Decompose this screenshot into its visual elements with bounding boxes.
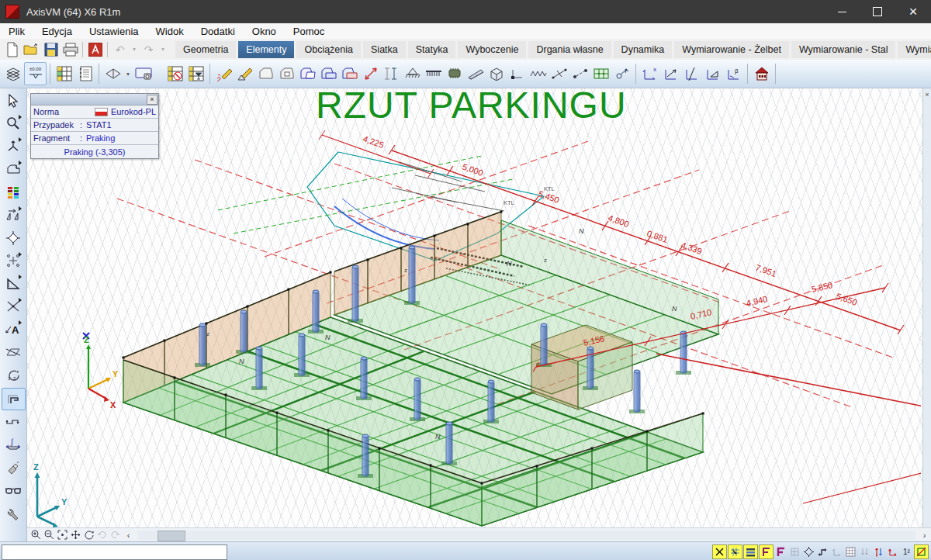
- node-element-button[interactable]: [507, 63, 528, 85]
- snap-node-toggle[interactable]: [712, 544, 727, 559]
- link-element-button[interactable]: [569, 63, 590, 85]
- gap-element-button[interactable]: [549, 63, 569, 85]
- rib-element-button[interactable]: [381, 63, 402, 85]
- support-button[interactable]: [402, 63, 423, 85]
- load-values-toggle[interactable]: [872, 545, 885, 558]
- pdf-export-button[interactable]: [85, 40, 105, 59]
- draw-line-button[interactable]: [234, 63, 255, 85]
- tab-wyboczenie[interactable]: Wyboczenie: [458, 41, 526, 58]
- command-line-input[interactable]: [2, 544, 227, 560]
- table-filter-button[interactable]: [164, 63, 185, 85]
- zoom-in-button[interactable]: [29, 529, 43, 541]
- table-browser-button[interactable]: [54, 63, 74, 85]
- undo-options-button[interactable]: ▾: [130, 40, 139, 59]
- menu-pomoc[interactable]: Pomoc: [285, 23, 333, 39]
- guidelines-button[interactable]: [2, 251, 25, 271]
- zoom-tool-button[interactable]: [2, 113, 25, 134]
- coord-arrow-button[interactable]: [660, 63, 681, 85]
- rotate-view-button[interactable]: [82, 529, 95, 541]
- move-node-button[interactable]: [2, 227, 25, 248]
- color-coding-button[interactable]: [2, 181, 25, 202]
- model-viewport[interactable]: RZUT PARKINGU: [27, 88, 931, 527]
- zoom-out-button[interactable]: [43, 529, 56, 541]
- domain-intersect-button[interactable]: [318, 63, 339, 85]
- coord-plane-button[interactable]: [702, 63, 723, 85]
- tab-obciazenia[interactable]: Obciążenia: [296, 41, 361, 58]
- horizontal-scrollbar[interactable]: [137, 531, 915, 540]
- polyline-tool-button[interactable]: [2, 412, 25, 433]
- drawing-library-button[interactable]: [102, 63, 123, 85]
- tab-wymiarowanie-stal[interactable]: Wymiarowanie - Stal: [791, 41, 896, 58]
- workplanes-button[interactable]: [2, 159, 25, 180]
- render-button[interactable]: [2, 458, 25, 479]
- scroll-left-button[interactable]: ‹: [122, 529, 135, 541]
- scrollbar-thumb[interactable]: [157, 531, 185, 541]
- mesh-button[interactable]: [444, 63, 465, 85]
- views-tool-button[interactable]: [2, 136, 25, 157]
- settings-button[interactable]: [2, 503, 25, 524]
- view-redo-button[interactable]: [109, 529, 122, 541]
- beam-results-button[interactable]: ∫: [2, 435, 25, 456]
- menu-widok[interactable]: Widok: [147, 23, 192, 39]
- edge-load-button[interactable]: [423, 63, 444, 85]
- order-tool-button[interactable]: 32: [2, 365, 25, 385]
- domain-union-button[interactable]: [297, 63, 318, 85]
- view-undo-button[interactable]: [95, 529, 109, 541]
- save-view-button[interactable]: [133, 63, 154, 85]
- room-button[interactable]: [486, 63, 507, 85]
- report-template-button[interactable]: [185, 63, 206, 85]
- numbering-toggle[interactable]: 1²: [900, 545, 913, 558]
- save-button[interactable]: [41, 40, 61, 59]
- local-axes-toggle[interactable]: [886, 545, 899, 558]
- redo-options-button[interactable]: ▾: [158, 40, 168, 59]
- coord-angle-button[interactable]: β: [723, 63, 744, 85]
- tab-geometria[interactable]: Geometria: [175, 41, 236, 58]
- domain-hole-button[interactable]: [276, 63, 297, 85]
- transform-tool-button[interactable]: [2, 205, 25, 226]
- menu-dodatki[interactable]: Dodatki: [192, 23, 244, 39]
- tab-statyka[interactable]: Statyka: [408, 41, 456, 58]
- scroll-right-button[interactable]: ›: [918, 529, 931, 541]
- tab-wymiarowanie-zelbet[interactable]: Wymiarowanie - Żelbet: [674, 41, 789, 58]
- background-layer-toggle[interactable]: [914, 544, 929, 559]
- ramp-button[interactable]: [465, 63, 486, 85]
- polyline-edit-toggle[interactable]: [816, 545, 829, 558]
- menu-ustawienia[interactable]: Ustawienia: [81, 23, 147, 39]
- line-element-button[interactable]: [360, 63, 381, 85]
- dimension-tool-button[interactable]: A: [2, 319, 25, 340]
- tab-dynamika[interactable]: Dynamika: [614, 41, 673, 58]
- tab-siatka[interactable]: Siatka: [363, 41, 406, 58]
- global-axes-toggle[interactable]: [830, 545, 843, 558]
- new-file-button[interactable]: [2, 40, 22, 59]
- tab-elementy[interactable]: Elementy: [238, 41, 294, 58]
- domain-subtract-button[interactable]: [339, 63, 360, 85]
- pan-button[interactable]: [69, 529, 82, 541]
- drawing-library-options-button[interactable]: ▾: [123, 63, 133, 85]
- geometry-tools-button[interactable]: [2, 273, 25, 294]
- elevation-view-button[interactable]: ±0.00: [24, 62, 47, 85]
- grid-display-toggle[interactable]: [844, 545, 857, 558]
- close-icon[interactable]: ×: [147, 95, 157, 105]
- menu-plik[interactable]: Plik: [0, 23, 33, 39]
- close-icon[interactable]: ×: [923, 91, 931, 99]
- open-file-button[interactable]: [22, 40, 41, 59]
- zoom-fit-button[interactable]: [56, 529, 69, 541]
- close-button[interactable]: ×: [895, 0, 931, 23]
- minimize-button[interactable]: [824, 0, 860, 23]
- domain-button[interactable]: [255, 63, 276, 85]
- right-panel-strip[interactable]: ×: [922, 88, 931, 527]
- menu-okno[interactable]: Okno: [244, 23, 285, 39]
- sections-toggle[interactable]: [788, 545, 801, 558]
- modify-tool-button[interactable]: [2, 296, 25, 317]
- tab-drgania-wlasne[interactable]: Drgania własne: [528, 41, 611, 58]
- grid-element-button[interactable]: [590, 63, 611, 85]
- dof-button[interactable]: [611, 63, 632, 85]
- fragment-tool-button[interactable]: [2, 388, 26, 410]
- node-handles-toggle[interactable]: [802, 545, 815, 558]
- selection-tool-button[interactable]: [2, 90, 25, 111]
- print-button[interactable]: [61, 40, 80, 59]
- display-options-button[interactable]: [2, 481, 25, 502]
- stories-button[interactable]: [3, 63, 24, 85]
- maximize-button[interactable]: [860, 0, 895, 23]
- tab-wymiarowanie-d[interactable]: Wymiarowanie - D: [898, 41, 931, 58]
